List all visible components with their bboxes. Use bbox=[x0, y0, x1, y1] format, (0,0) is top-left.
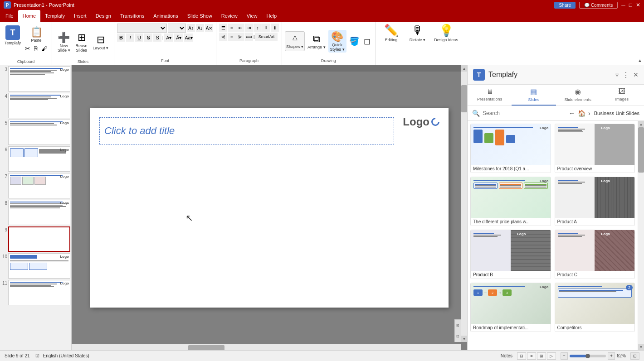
nav-back-button[interactable]: ← bbox=[568, 109, 576, 118]
align-center-button[interactable]: ≡ bbox=[228, 33, 236, 41]
maximize-button[interactable]: □ bbox=[629, 2, 632, 9]
text-case-button[interactable]: Aa▾ bbox=[184, 34, 193, 42]
nav-home-button[interactable]: 🏠 bbox=[577, 109, 586, 118]
templafy-more-button[interactable]: ⋮ bbox=[622, 71, 629, 79]
panel-scroll-down[interactable]: ▼ bbox=[638, 344, 644, 350]
italic-button[interactable]: I bbox=[126, 34, 134, 42]
shapes-button[interactable]: △ Shapes ▾ bbox=[285, 31, 305, 51]
zoom-thumb[interactable] bbox=[585, 354, 590, 358]
slide-thumb-6[interactable]: 6 Logo bbox=[1, 146, 70, 172]
slide-sorter-button[interactable]: ⊞ bbox=[537, 352, 546, 360]
font-family-select[interactable] bbox=[117, 24, 167, 33]
canvas-vscroll[interactable]: ▲ ▼ bbox=[461, 65, 467, 342]
templafy-collapse-button[interactable]: ▿ bbox=[615, 71, 619, 78]
font-size-select[interactable] bbox=[168, 24, 186, 33]
font-color-button[interactable]: A▾ bbox=[164, 34, 173, 42]
tab-slideshow[interactable]: Slide Show bbox=[183, 10, 217, 22]
zoom-out-button[interactable]: − bbox=[561, 352, 568, 360]
normal-view-button[interactable]: ⊟ bbox=[517, 352, 526, 360]
reading-view-button[interactable]: ▷ bbox=[547, 352, 556, 360]
search-input[interactable] bbox=[483, 110, 565, 116]
slide-thumb-3[interactable]: 3 Logo bbox=[1, 66, 70, 91]
numbering-button[interactable]: ≡ bbox=[228, 24, 236, 32]
nav-forward-button[interactable]: › bbox=[587, 109, 591, 118]
tab-presentations[interactable]: 🖥 Presentations bbox=[468, 85, 512, 106]
layout-button[interactable]: ⊟ Layout ▾ bbox=[91, 33, 111, 51]
slide-card-product-b[interactable]: Logo Product B bbox=[470, 230, 551, 279]
smart-art-button[interactable]: SmartArt bbox=[255, 33, 278, 41]
increase-font-button[interactable]: A↑ bbox=[187, 24, 195, 32]
tab-design[interactable]: Design bbox=[91, 10, 116, 22]
cut-button[interactable]: ✂ bbox=[24, 44, 32, 53]
shadow-button[interactable]: S bbox=[153, 34, 161, 42]
arrange-button[interactable]: ⧉ Arrange ▾ bbox=[306, 32, 327, 50]
slide-thumb-11[interactable]: 11 Logo bbox=[1, 280, 70, 305]
slide-thumb-7[interactable]: 7 Logo bbox=[1, 173, 70, 198]
slide-card-milestones[interactable]: Logo Milestones for 2018 (Q1 a... bbox=[470, 124, 551, 173]
design-ideas-button[interactable]: 💡 Design Ideas bbox=[433, 24, 460, 42]
tab-view[interactable]: View bbox=[242, 10, 262, 22]
fit-width-button[interactable]: ⊡ bbox=[455, 331, 461, 342]
tab-help[interactable]: Help bbox=[262, 10, 281, 22]
tab-animations[interactable]: Animations bbox=[149, 10, 182, 22]
bullets-button[interactable]: ☰ bbox=[219, 24, 227, 32]
tab-slides[interactable]: ▦ Slides bbox=[512, 85, 556, 106]
dictate-button[interactable]: 🎙 Dictate ▾ bbox=[406, 24, 429, 42]
share-button[interactable]: Share bbox=[554, 2, 576, 9]
line-spacing-button[interactable]: ↕ bbox=[254, 24, 262, 32]
slide-card-product-c[interactable]: Logo Product C bbox=[555, 230, 635, 279]
tab-slide-elements[interactable]: ◉ Slide elements bbox=[556, 85, 600, 106]
comments-button[interactable]: 💬 Comments bbox=[579, 2, 618, 9]
align-right-button[interactable]: ⫸ bbox=[236, 33, 244, 41]
outline-view-button[interactable]: ≡ bbox=[527, 352, 536, 360]
fill-button[interactable]: 🪣 bbox=[347, 35, 361, 47]
tab-templafy[interactable]: Templafy bbox=[40, 10, 69, 22]
decrease-font-button[interactable]: A↓ bbox=[196, 24, 204, 32]
panel-scrollbar[interactable]: ▲ ▼ bbox=[638, 121, 644, 350]
title-placeholder[interactable]: Click to add title bbox=[99, 117, 394, 144]
notes-button[interactable]: Notes bbox=[501, 353, 512, 358]
increase-indent-button[interactable]: ⇥ bbox=[245, 24, 253, 32]
underline-button[interactable]: U bbox=[135, 34, 143, 42]
copy-button[interactable]: ⎘ bbox=[33, 44, 39, 53]
vscroll-down[interactable]: ▼ bbox=[461, 336, 467, 342]
justify-button[interactable]: ⟺ bbox=[245, 33, 253, 41]
reuse-slides-button[interactable]: ⊞ Reuse Slides bbox=[74, 31, 89, 53]
slide-thumb-9[interactable]: 9 bbox=[1, 226, 70, 252]
collapse-ribbon-button[interactable]: ▲ bbox=[638, 58, 642, 63]
vscroll-thumb[interactable] bbox=[461, 85, 467, 112]
templafy-ribbon-button[interactable]: T Templafy bbox=[3, 24, 23, 46]
tab-file[interactable]: File bbox=[1, 10, 18, 22]
canvas-hscroll[interactable] bbox=[72, 344, 461, 350]
slide-card-prices[interactable]: Logo The different price plans w... bbox=[470, 177, 551, 226]
quick-styles-button[interactable]: 🎨 Quick Styles ▾ bbox=[328, 30, 346, 53]
slide-card-overview[interactable]: Logo Product overview bbox=[555, 124, 635, 173]
fit-slide-button[interactable]: ⊡ bbox=[630, 352, 639, 360]
slide-thumb-8[interactable]: 8 Logo bbox=[1, 200, 70, 225]
bold-button[interactable]: B bbox=[117, 34, 125, 42]
slide-canvas[interactable]: Click to add title Logo ↖ bbox=[90, 108, 449, 308]
new-slide-button[interactable]: ➕ New Slide ▾ bbox=[56, 31, 72, 53]
format-painter-button[interactable]: 🖌 bbox=[40, 44, 49, 53]
editing-button[interactable]: ✏️ Editing bbox=[380, 24, 403, 42]
tab-insert[interactable]: Insert bbox=[69, 10, 91, 22]
outline-button[interactable]: ◻ bbox=[362, 35, 372, 47]
tab-transitions[interactable]: Transitions bbox=[116, 10, 149, 22]
minimize-button[interactable]: ─ bbox=[621, 2, 625, 9]
slide-card-roadmap[interactable]: 1 → 2 → 3 bbox=[470, 283, 551, 332]
text-direction-button[interactable]: ⬆ bbox=[271, 24, 279, 32]
slide-thumb-5[interactable]: 5 Logo bbox=[1, 120, 70, 145]
slide-card-product-a[interactable]: Logo Product A bbox=[555, 177, 635, 226]
templafy-close-button[interactable]: ✕ bbox=[633, 71, 639, 78]
slide-thumb-4[interactable]: 4 Logo bbox=[1, 93, 70, 118]
clear-format-button[interactable]: A✕ bbox=[205, 24, 213, 32]
paste-button[interactable]: 📋 Paste bbox=[24, 25, 49, 43]
align-left-button[interactable]: ⫷ bbox=[219, 33, 227, 41]
hscroll-thumb[interactable] bbox=[188, 345, 224, 350]
zoom-in-button[interactable]: + bbox=[608, 352, 615, 360]
close-button[interactable]: ✕ bbox=[636, 2, 640, 9]
decrease-indent-button[interactable]: ⇤ bbox=[236, 24, 244, 32]
panel-scroll-thumb[interactable] bbox=[638, 127, 644, 173]
strikethrough-button[interactable]: S̶ bbox=[144, 34, 152, 42]
highlight-button[interactable]: Ã▾ bbox=[174, 34, 183, 42]
